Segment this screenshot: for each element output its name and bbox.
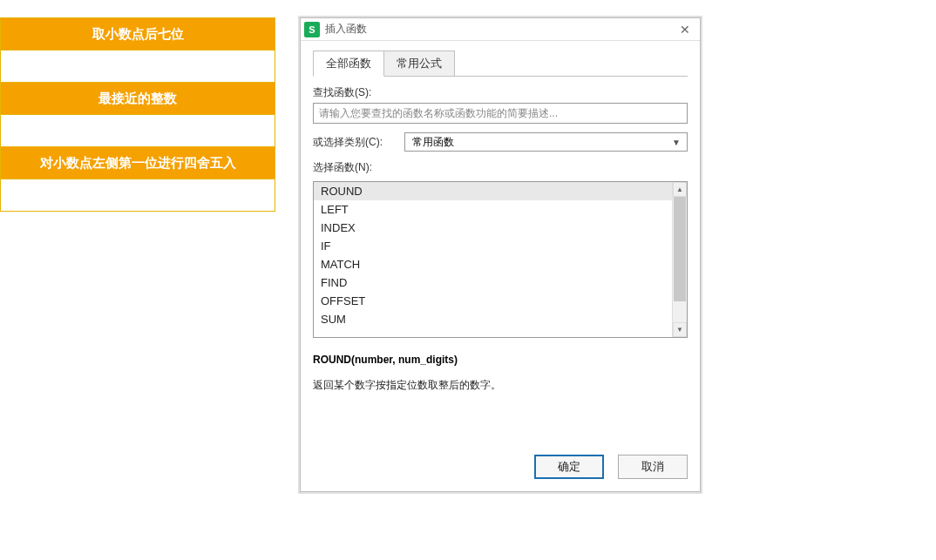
function-listbox: ROUND LEFT INDEX IF MATCH FIND OFFSET SU…: [313, 181, 688, 338]
ok-button[interactable]: 确定: [534, 455, 604, 479]
function-item-match[interactable]: MATCH: [314, 255, 672, 273]
function-item-index[interactable]: INDEX: [314, 219, 672, 237]
list-item-label: FIND: [321, 276, 347, 289]
list-item-label: ROUND: [321, 185, 363, 198]
function-item-round[interactable]: ROUND: [314, 182, 672, 200]
function-description-text: 返回某个数字按指定位数取整后的数字。: [313, 378, 688, 393]
tab-common-formulas[interactable]: 常用公式: [384, 51, 455, 77]
list-item-label: INDEX: [321, 221, 356, 234]
select-function-label: 选择函数(N):: [313, 160, 688, 175]
function-item-left[interactable]: LEFT: [314, 200, 672, 219]
list-item-label: MATCH: [321, 258, 360, 271]
scroll-thumb[interactable]: [674, 197, 686, 301]
function-list: ROUND LEFT INDEX IF MATCH FIND OFFSET SU…: [314, 182, 672, 337]
category-value: 常用函数: [412, 135, 454, 150]
cancel-button[interactable]: 取消: [618, 455, 688, 479]
scrollbar[interactable]: ▲ ▼: [672, 182, 687, 337]
left-cell-header-3: 对小数点左侧第一位进行四舍五入: [0, 146, 275, 179]
left-cell-text: 取小数点后七位: [92, 26, 184, 43]
app-icon: S: [304, 22, 320, 37]
titlebar: S 插入函数 ✕: [301, 18, 700, 41]
tab-all-functions[interactable]: 全部函数: [313, 51, 384, 77]
scroll-down-icon[interactable]: ▼: [673, 322, 687, 337]
insert-function-dialog: S 插入函数 ✕ 全部函数 常用公式 查找函数(S): 或选择类别(C): 常用…: [300, 17, 701, 492]
dialog-body: 全部函数 常用公式 查找函数(S): 或选择类别(C): 常用函数 ▼ 选择函数…: [301, 41, 700, 491]
close-icon[interactable]: ✕: [675, 20, 695, 39]
left-cell-value-1[interactable]: [0, 50, 275, 83]
function-description: ROUND(number, num_digits) 返回某个数字按指定位数取整后…: [313, 354, 688, 393]
category-row: 或选择类别(C): 常用函数 ▼: [313, 132, 688, 152]
left-cell-text: 最接近的整数: [98, 91, 177, 107]
function-item-sum[interactable]: SUM: [314, 310, 672, 328]
tab-label: 常用公式: [397, 57, 442, 70]
chevron-down-icon: ▼: [669, 138, 683, 147]
function-item-find[interactable]: FIND: [314, 273, 672, 292]
list-item-label: IF: [321, 240, 331, 253]
button-label: 取消: [641, 459, 664, 475]
dialog-buttons: 确定 取消: [313, 446, 688, 479]
search-input[interactable]: [313, 103, 688, 124]
search-label: 查找函数(S):: [313, 85, 688, 100]
list-item-label: LEFT: [321, 203, 349, 216]
left-table: 取小数点后七位 最接近的整数 对小数点左侧第一位进行四舍五入: [0, 17, 275, 212]
function-item-offset[interactable]: OFFSET: [314, 292, 672, 310]
left-cell-header-1: 取小数点后七位: [0, 17, 275, 51]
category-combo[interactable]: 常用函数 ▼: [404, 132, 688, 152]
category-label: 或选择类别(C):: [313, 135, 396, 150]
dialog-tabs: 全部函数 常用公式: [313, 50, 688, 77]
scroll-up-icon[interactable]: ▲: [673, 182, 687, 197]
dialog-title: 插入函数: [325, 22, 675, 37]
scroll-track[interactable]: [673, 197, 687, 322]
function-item-if[interactable]: IF: [314, 237, 672, 255]
tab-label: 全部函数: [326, 57, 371, 70]
list-item-label: OFFSET: [321, 294, 365, 307]
left-cell-text: 对小数点左侧第一位进行四舍五入: [40, 155, 236, 172]
left-cell-header-2: 最接近的整数: [0, 82, 275, 115]
button-label: 确定: [558, 459, 580, 475]
list-item-label: SUM: [321, 313, 346, 326]
left-cell-value-2[interactable]: [0, 114, 275, 147]
function-signature: ROUND(number, num_digits): [313, 354, 688, 366]
left-cell-value-3[interactable]: [0, 179, 275, 212]
